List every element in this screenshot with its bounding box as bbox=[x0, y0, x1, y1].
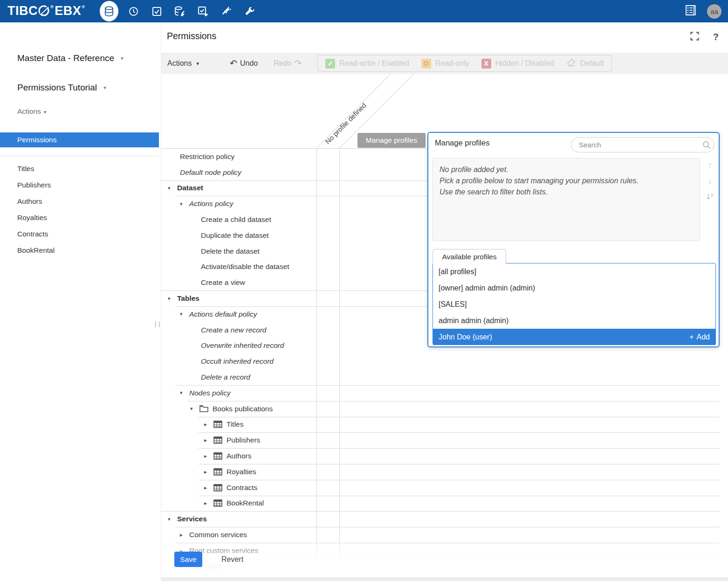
perspective-menu-icon[interactable] bbox=[685, 4, 697, 18]
horizontal-scrollbar-track[interactable] bbox=[161, 577, 728, 581]
table-icon bbox=[213, 499, 227, 507]
data-model-icon[interactable] bbox=[172, 0, 188, 22]
sidebar-item-bookrental[interactable]: BookRental bbox=[0, 242, 159, 258]
data-perspective-icon[interactable] bbox=[100, 1, 118, 21]
caret-right-icon[interactable]: ▸ bbox=[204, 437, 213, 443]
move-up-icon[interactable]: ↑ bbox=[708, 161, 712, 169]
plus-icon: + bbox=[689, 333, 694, 341]
ebx-application-window: TIBC ® EBX ® bbox=[0, 0, 728, 581]
caret-down-icon[interactable]: ▾ bbox=[190, 406, 199, 412]
default-button[interactable]: Default bbox=[566, 58, 604, 69]
profile-list-item[interactable]: [SALES] bbox=[433, 296, 715, 312]
actions-menu-button[interactable]: Actions ▾ bbox=[167, 59, 199, 68]
chevron-down-icon: ▾ bbox=[196, 61, 199, 67]
caret-right-icon[interactable]: ▸ bbox=[204, 484, 213, 491]
read-write-enabled-button[interactable]: ✓ Read-write / Enabled bbox=[325, 59, 409, 69]
move-down-icon[interactable]: ↓ bbox=[708, 177, 712, 185]
manage-profiles-button[interactable]: Manage profiles bbox=[357, 133, 426, 148]
tree-row-table-bookrental[interactable]: ▸BookRental bbox=[161, 496, 720, 512]
registered-mark: ® bbox=[82, 5, 85, 9]
undo-icon: ↶ bbox=[230, 60, 237, 67]
profile-list-item[interactable]: [all profiles] bbox=[433, 263, 715, 280]
caret-down-icon[interactable]: ▾ bbox=[168, 296, 177, 302]
tree-row-services[interactable]: ▾Services bbox=[161, 511, 720, 527]
dataspace-selector[interactable]: Master Data - Reference ▾ bbox=[17, 53, 124, 63]
sort-icon[interactable] bbox=[706, 193, 714, 202]
sidebar-item-contracts[interactable]: Contracts bbox=[0, 226, 159, 242]
sidebar-item-authors[interactable]: Authors bbox=[0, 193, 159, 209]
caret-right-icon[interactable]: ▸ bbox=[204, 500, 213, 506]
header-icons: ? bbox=[690, 32, 719, 42]
caret-right-icon[interactable]: ▸ bbox=[180, 532, 189, 538]
table-icon bbox=[213, 468, 227, 476]
table-icon bbox=[213, 484, 227, 491]
validation-checkbox-edit-icon[interactable] bbox=[195, 0, 212, 22]
tree-row-nodes-policy[interactable]: ▾Nodes policy bbox=[161, 385, 720, 401]
table-icon bbox=[213, 436, 227, 444]
integration-plug-icon[interactable] bbox=[218, 0, 235, 22]
caret-right-icon[interactable]: ▸ bbox=[204, 453, 213, 459]
top-navigation-bar: TIBC ® EBX ® bbox=[0, 0, 728, 22]
help-icon[interactable]: ? bbox=[713, 32, 719, 42]
revert-button[interactable]: Revert bbox=[219, 552, 246, 567]
sidebar-resize-handle[interactable] bbox=[155, 321, 159, 327]
folder-icon bbox=[199, 405, 213, 412]
manage-profiles-popup: Manage profiles No profile added yet. Pi… bbox=[427, 132, 720, 347]
tasks-checkbox-icon[interactable] bbox=[148, 0, 165, 22]
permission-value-button-group: ✓ Read-write / Enabled O Read-only X Hid… bbox=[317, 55, 611, 72]
caret-right-icon[interactable]: ▸ bbox=[204, 421, 213, 428]
sidebar-actions-menu[interactable]: Actions▾ bbox=[17, 107, 46, 116]
save-button[interactable]: Save bbox=[174, 552, 202, 567]
fullscreen-icon[interactable] bbox=[690, 32, 699, 42]
hidden-disabled-button[interactable]: X Hidden / Disabled bbox=[481, 59, 554, 69]
logo-o-swirl-icon bbox=[38, 5, 49, 19]
undo-button[interactable]: ↶ Undo bbox=[230, 59, 258, 68]
logo-text-ebx: EBX bbox=[55, 4, 81, 18]
add-profile-button[interactable]: + Add bbox=[689, 333, 710, 341]
permissions-toolbar: Actions ▾ ↶ Undo Redo ↷ ✓ Read-write / E… bbox=[161, 53, 728, 74]
tree-row-table-authors[interactable]: ▸Authors bbox=[161, 448, 720, 464]
perspective-icons bbox=[100, 0, 258, 22]
eraser-icon bbox=[566, 58, 576, 69]
user-avatar[interactable]: aa bbox=[707, 4, 721, 19]
redo-icon: ↷ bbox=[294, 60, 302, 67]
available-profiles-tab[interactable]: Available profiles bbox=[433, 249, 506, 264]
tree-row-table-contracts[interactable]: ▸Contracts bbox=[161, 480, 720, 496]
available-profiles-list: [all profiles] [owner] admin admin (admi… bbox=[433, 263, 716, 345]
sidebar-item-publishers[interactable]: Publishers bbox=[0, 177, 159, 193]
redo-button[interactable]: Redo ↷ bbox=[274, 59, 302, 68]
profile-search-input[interactable] bbox=[571, 137, 714, 152]
tree-row-delete-record[interactable]: Delete a record bbox=[161, 369, 720, 385]
sidebar-item-royalties[interactable]: Royalties bbox=[0, 209, 159, 226]
tree-row-table-titles[interactable]: ▸Titles bbox=[161, 417, 720, 433]
caret-right-icon[interactable]: ▸ bbox=[204, 469, 213, 475]
sidebar-item-titles[interactable]: Titles bbox=[0, 160, 159, 177]
sidebar-table-list: Titles Publishers Authors Royalties Cont… bbox=[0, 160, 159, 258]
tree-row-table-publishers[interactable]: ▸Publishers bbox=[161, 432, 720, 448]
dataspace-name: Master Data - Reference bbox=[17, 53, 114, 63]
read-only-button[interactable]: O Read-only bbox=[421, 59, 469, 69]
tree-row-occult-inherited-record[interactable]: Occult inherited record bbox=[161, 353, 720, 369]
chevron-down-icon: ▾ bbox=[44, 109, 47, 115]
sidebar-divider bbox=[0, 156, 159, 156]
chevron-down-icon: ▾ bbox=[103, 84, 106, 91]
tree-row-table-royalties[interactable]: ▸Royalties bbox=[161, 464, 720, 480]
chevron-down-icon: ▾ bbox=[121, 55, 124, 62]
administration-wrench-icon[interactable] bbox=[241, 0, 258, 22]
caret-down-icon[interactable]: ▾ bbox=[180, 390, 189, 396]
tree-row-books-publications[interactable]: ▾Books publications bbox=[161, 401, 720, 417]
caret-down-icon[interactable]: ▾ bbox=[180, 201, 189, 207]
caret-down-icon[interactable]: ▾ bbox=[168, 185, 177, 191]
tree-row-common-services[interactable]: ▸Common services bbox=[161, 527, 720, 543]
x-icon: X bbox=[481, 59, 491, 69]
profile-list-item[interactable]: admin admin (admin) bbox=[433, 312, 715, 329]
registered-mark: ® bbox=[50, 5, 54, 9]
sidebar-item-permissions-selected[interactable]: Permissions bbox=[0, 132, 159, 147]
sidebar: Master Data - Reference ▾ Permissions Tu… bbox=[0, 22, 161, 581]
caret-down-icon[interactable]: ▾ bbox=[168, 516, 177, 522]
history-clock-icon[interactable] bbox=[125, 0, 142, 22]
dataset-selector[interactable]: Permissions Tutorial ▾ bbox=[17, 83, 106, 93]
profile-list-item[interactable]: [owner] admin admin (admin) bbox=[433, 280, 715, 296]
profile-list-item-selected[interactable]: John Doe (user) + Add bbox=[433, 329, 715, 345]
caret-down-icon[interactable]: ▾ bbox=[180, 311, 189, 317]
